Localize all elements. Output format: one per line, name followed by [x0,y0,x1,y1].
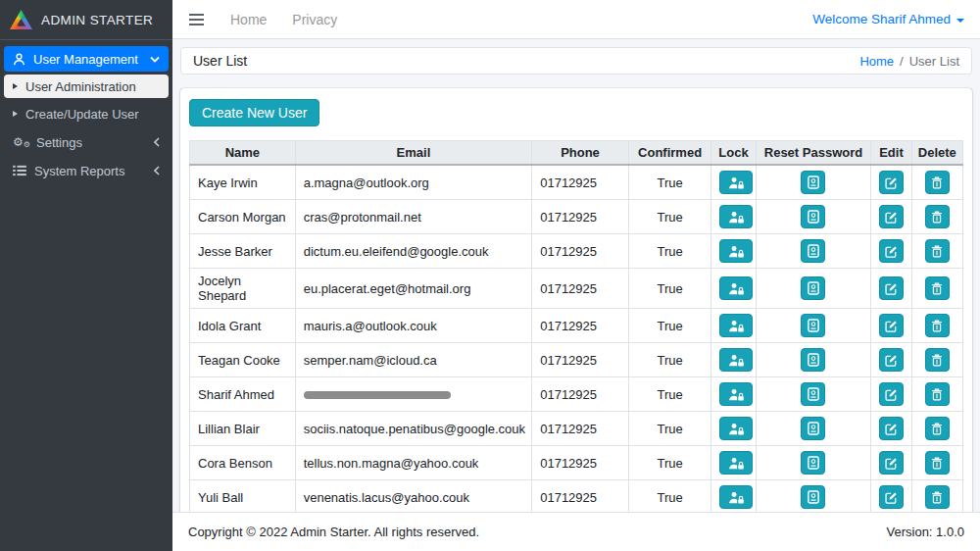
sidebar-item-user-administration[interactable]: User Administration [4,75,169,98]
edit-cell [871,269,911,309]
delete-cell [911,200,962,234]
user-name-cell: Jesse Barker [190,234,296,269]
nav-link-privacy[interactable]: Privacy [292,12,337,27]
reset-password-cell [756,377,871,412]
user-confirmed-cell: True [628,165,711,200]
passport-icon [808,353,819,367]
nav-link-home[interactable]: Home [230,12,267,27]
lock-user-button[interactable] [719,276,753,300]
page-header: User List Home / User List [180,47,972,75]
edit-icon [885,354,898,367]
navbar-left: Home Privacy [188,11,337,28]
sidebar-item-label: User Management [33,52,142,67]
edit-user-button[interactable] [879,205,904,228]
sidebar-item-create-update-user[interactable]: Create/Update User [4,101,169,126]
delete-user-button[interactable] [925,171,950,194]
reset-password-cell [756,200,871,234]
edit-user-button[interactable] [879,348,904,372]
breadcrumb-separator: / [900,54,904,69]
create-new-user-button[interactable]: Create New User [189,99,319,126]
user-confirmed-cell: True [628,309,711,343]
column-header-edit: Edit [871,141,911,166]
reset-password-button[interactable] [801,205,825,228]
lock-user-button[interactable] [719,205,753,228]
lock-user-button[interactable] [719,382,753,406]
passport-icon [808,456,819,470]
reset-password-button[interactable] [801,171,825,194]
user-phone-cell: 01712925 [532,165,629,200]
lock-user-button[interactable] [719,485,753,509]
user-confirmed-cell: True [628,200,711,234]
edit-user-button[interactable] [879,276,904,300]
lock-user-button[interactable] [719,348,753,372]
reset-password-button[interactable] [801,451,825,475]
reset-password-button[interactable] [801,417,825,440]
reset-password-cell [756,343,871,377]
table-row: Carson Morgan cras@protonmail.net 017129… [190,200,963,234]
sidebar-item-label: System Reports [34,164,146,178]
delete-user-button[interactable] [925,485,950,509]
edit-user-button[interactable] [879,382,904,406]
trash-icon [931,211,943,224]
edit-user-button[interactable] [879,417,904,440]
table-row: Teagan Cooke semper.nam@icloud.ca 017129… [190,343,963,377]
table-row: Idola Grant mauris.a@outlook.couk 017129… [190,309,963,343]
lock-cell [711,269,756,309]
reset-password-button[interactable] [801,276,825,300]
user-confirmed-cell: True [628,446,711,480]
breadcrumb-home-link[interactable]: Home [859,54,894,69]
user-lock-icon [728,423,745,435]
user-lock-icon [728,282,745,295]
delete-user-button[interactable] [925,314,950,337]
user-table-body: Kaye Irwin a.magna@outlook.org 01712925 … [190,165,963,512]
edit-icon [885,423,898,435]
delete-user-button[interactable] [925,451,950,475]
edit-user-button[interactable] [879,485,904,509]
user-email-cell: sociis.natoque.penatibus@google.couk [295,412,532,446]
main-area: Home Privacy Welcome Sharif Ahmed User L… [172,0,980,551]
sidebar-item-user-management[interactable]: User Management [4,46,169,72]
delete-user-button[interactable] [925,382,950,406]
edit-user-button[interactable] [879,171,904,194]
lock-user-button[interactable] [719,451,753,475]
delete-user-button[interactable] [925,348,950,372]
user-confirmed-cell: True [628,234,711,269]
edit-user-button[interactable] [879,314,904,337]
delete-user-button[interactable] [925,239,950,263]
lock-user-button[interactable] [719,314,753,337]
lock-cell [711,480,756,513]
user-phone-cell: 01712925 [532,269,629,309]
reset-password-button[interactable] [801,314,825,337]
reset-password-button[interactable] [801,382,825,406]
user-lock-icon [728,354,745,367]
delete-user-button[interactable] [925,417,950,440]
lock-user-button[interactable] [719,239,753,263]
lock-cell [711,200,756,234]
delete-cell [911,480,962,513]
delete-user-button[interactable] [925,276,950,300]
sidebar-item-system-reports[interactable]: System Reports [4,158,169,183]
list-icon [13,165,26,176]
user-confirmed-cell: True [628,412,711,446]
lock-user-button[interactable] [719,171,753,194]
reset-password-button[interactable] [801,348,825,372]
content-area: User List Home / User List Create New Us… [172,39,980,512]
reset-password-button[interactable] [801,485,825,509]
sidebar-item-settings[interactable]: ⚙⚙ Settings [4,129,169,155]
user-lock-icon [728,320,745,332]
delete-user-button[interactable] [925,205,950,228]
edit-user-button[interactable] [879,239,904,263]
edit-user-button[interactable] [879,451,904,475]
user-name-cell: Sharif Ahmed [190,377,296,412]
table-row: Jesse Barker dictum.eu.eleifend@google.c… [190,234,963,269]
menu-toggle-icon[interactable] [188,11,205,28]
passport-icon [808,490,819,504]
reset-password-button[interactable] [801,239,825,263]
user-menu[interactable]: Welcome Sharif Ahmed [812,12,964,26]
passport-icon [808,175,819,189]
brand[interactable]: ADMIN STARTER [0,0,172,40]
chevron-down-icon [150,56,160,63]
user-confirmed-cell: True [628,480,711,513]
lock-user-button[interactable] [719,417,753,440]
table-row: Cora Benson tellus.non.magna@yahoo.couk … [190,446,963,480]
